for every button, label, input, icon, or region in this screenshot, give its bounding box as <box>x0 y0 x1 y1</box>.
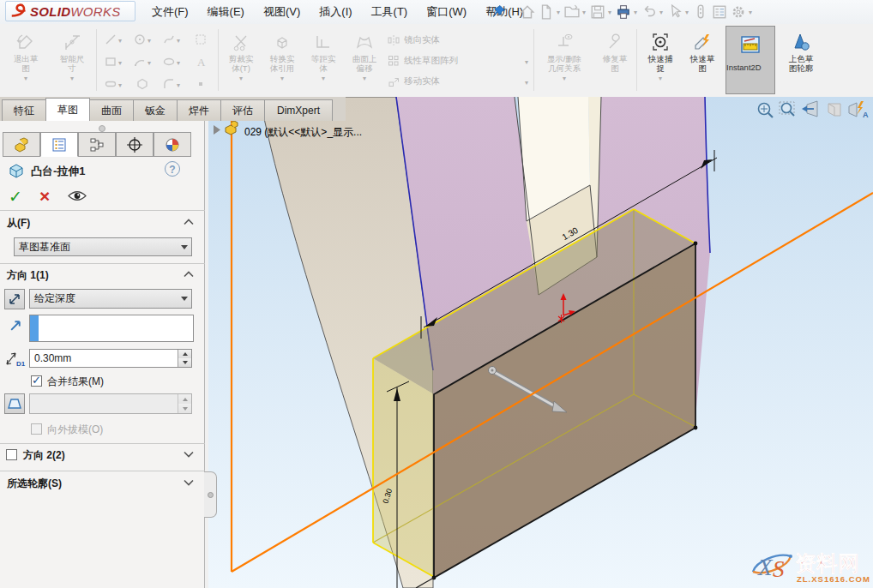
relations-dropdown[interactable]: ▾ <box>537 75 592 82</box>
tab-sketch[interactable]: 草图 <box>45 98 90 121</box>
menu-edit[interactable]: 编辑(E) <box>198 0 254 24</box>
tab-features[interactable]: 特征 <box>2 99 46 121</box>
arc-tool[interactable]: ▾ <box>129 51 156 72</box>
offset-on-surface-button[interactable]: 曲面上 偏移▾ <box>345 27 384 82</box>
spline-tool[interactable]: ▾ <box>158 29 185 50</box>
pin-icon[interactable] <box>492 4 506 18</box>
menu-view[interactable]: 视图(V) <box>254 0 310 24</box>
shaded-sketch-contours-button[interactable]: 上色草 图轮廓 <box>779 27 823 73</box>
rectangle-tool[interactable]: ▾ <box>99 51 127 72</box>
spin-down-icon[interactable] <box>178 358 191 367</box>
tab-sheet-metal[interactable]: 钣金 <box>133 99 178 121</box>
preview-vertex[interactable] <box>694 242 698 246</box>
repair-sketch-button[interactable]: 修复草 图 <box>595 27 635 73</box>
help-icon[interactable]: ? <box>165 161 180 177</box>
home-icon[interactable] <box>520 4 535 20</box>
preview-vertex[interactable] <box>694 426 698 430</box>
options-gear-icon[interactable] <box>731 4 746 20</box>
direction-reference-listbox[interactable] <box>29 315 194 342</box>
mirror-entities-button[interactable]: 镜向实体 <box>388 31 528 50</box>
ok-button[interactable]: ✓ <box>9 187 22 207</box>
end-condition-select[interactable]: 给定深度 <box>29 289 192 309</box>
slot-tool[interactable]: ▾ <box>99 74 127 94</box>
move-entities-dropdown[interactable]: ▾ <box>525 79 528 87</box>
tab-surfaces[interactable]: 曲面 <box>89 99 134 121</box>
exit-sketch-button[interactable]: 退出草 图▾ <box>3 27 48 82</box>
menu-window[interactable]: 窗口(W) <box>417 0 476 24</box>
new-document-icon[interactable] <box>539 4 554 20</box>
circle-tool[interactable]: ▾ <box>129 29 156 50</box>
depth-input[interactable]: 0.30mm <box>29 349 192 368</box>
point-tool[interactable] <box>187 74 214 94</box>
open-dropdown-icon[interactable]: ▾ <box>582 9 586 16</box>
tab-evaluate[interactable]: 评估 <box>220 99 265 121</box>
text-tool[interactable]: A <box>187 51 214 72</box>
print-icon[interactable] <box>616 4 631 20</box>
solidworks-logo[interactable]: SOLIDWORKS <box>5 1 135 21</box>
tree-item-label[interactable]: 029 (默认<<默认>_显示... <box>244 126 362 138</box>
tab-propertymanager[interactable] <box>40 132 78 157</box>
tab-dimxpert[interactable]: DimXpert <box>264 99 333 121</box>
menu-file[interactable]: 文件(F) <box>142 0 198 24</box>
ellipse-tool[interactable]: ▾ <box>158 51 185 72</box>
display-delete-relations-button[interactable]: 显示/删除 几何关系▾ <box>537 27 592 82</box>
instant2d-button[interactable]: Instant2D <box>725 26 775 94</box>
depth-spinner[interactable] <box>178 350 191 367</box>
tab-featuremanager[interactable] <box>3 132 40 157</box>
trim-entities-button[interactable]: 剪裁实 体(T)▾ <box>221 27 261 82</box>
spin-up-icon[interactable] <box>178 350 191 358</box>
magnetic-lines-icon[interactable] <box>693 4 708 20</box>
print-dropdown-icon[interactable]: ▾ <box>634 9 637 16</box>
merge-result-checkbox[interactable] <box>31 375 42 387</box>
graphics-viewport[interactable]: 1.30 0.30 029 (默认<<默认>_显示... <box>208 97 873 588</box>
polygon-tool[interactable] <box>129 74 156 94</box>
menu-tools[interactable]: 工具(T) <box>362 0 418 24</box>
undo-icon[interactable] <box>641 4 657 20</box>
linear-pattern-dropdown[interactable]: ▾ <box>525 58 528 66</box>
reverse-direction-button[interactable] <box>4 289 25 309</box>
from-condition-select[interactable]: 草图基准面 <box>14 237 192 256</box>
scene-3d[interactable]: 1.30 0.30 029 (默认<<默认>_显示... <box>208 97 873 588</box>
quick-snaps-button[interactable]: 快速捕 捉▾ <box>640 27 681 82</box>
chevron-up-icon[interactable] <box>184 271 194 278</box>
panel-collapse-handle[interactable] <box>204 471 217 518</box>
quick-snaps-dropdown[interactable]: ▾ <box>640 75 681 82</box>
chevron-down-icon[interactable] <box>184 479 194 486</box>
linear-sketch-pattern-button[interactable]: 线性草图阵列 ▾ <box>388 51 528 70</box>
rapid-sketch-button[interactable]: 快速草 图 <box>683 27 722 73</box>
options-dropdown-icon[interactable]: ▾ <box>749 9 752 16</box>
open-icon[interactable] <box>564 4 580 20</box>
select-dropdown-icon[interactable]: ▾ <box>685 9 689 16</box>
panel-grip[interactable] <box>99 125 105 132</box>
undo-dropdown-icon[interactable]: ▾ <box>659 9 663 16</box>
chevron-up-icon[interactable] <box>184 219 194 225</box>
convert-dropdown[interactable]: ▾ <box>262 75 302 82</box>
offset-surface-dropdown[interactable]: ▾ <box>345 75 384 82</box>
save-icon[interactable] <box>590 4 605 20</box>
select-cursor-icon[interactable] <box>667 4 683 20</box>
menu-insert[interactable]: 插入(I) <box>310 0 361 24</box>
move-entities-button[interactable]: 移动实体 ▾ <box>388 72 528 91</box>
save-dropdown-icon[interactable]: ▾ <box>608 9 611 16</box>
offset-dropdown[interactable]: ▾ <box>304 75 343 82</box>
tab-configurationmanager[interactable] <box>78 132 116 157</box>
convert-entities-button[interactable]: 转换实 体引用▾ <box>262 27 302 82</box>
preview-eye-button[interactable] <box>67 189 87 202</box>
tab-displaymanager[interactable] <box>154 132 191 157</box>
new-dropdown-icon[interactable]: ▾ <box>557 9 560 16</box>
smart-dimension-button[interactable]: 智能尺 寸▾ <box>50 27 94 82</box>
tab-weldments[interactable]: 焊件 <box>177 99 221 121</box>
fillet-tool[interactable]: ▾ <box>158 74 185 94</box>
smart-dimension-dropdown[interactable]: ▾ <box>50 75 94 82</box>
offset-entities-button[interactable]: 等距实 体▾ <box>304 27 343 82</box>
sketch-picture-tool[interactable] <box>187 29 214 50</box>
preview-left-face[interactable] <box>373 358 434 578</box>
chevron-down-icon[interactable] <box>184 451 194 458</box>
cancel-button[interactable]: × <box>39 186 50 207</box>
tab-dimxpertmanager[interactable] <box>116 132 154 157</box>
trim-dropdown[interactable]: ▾ <box>221 75 261 82</box>
exit-sketch-dropdown[interactable]: ▾ <box>3 75 48 82</box>
draft-button[interactable] <box>4 393 25 414</box>
direction2-checkbox[interactable] <box>6 449 17 460</box>
line-tool[interactable]: ▾ <box>99 29 127 50</box>
